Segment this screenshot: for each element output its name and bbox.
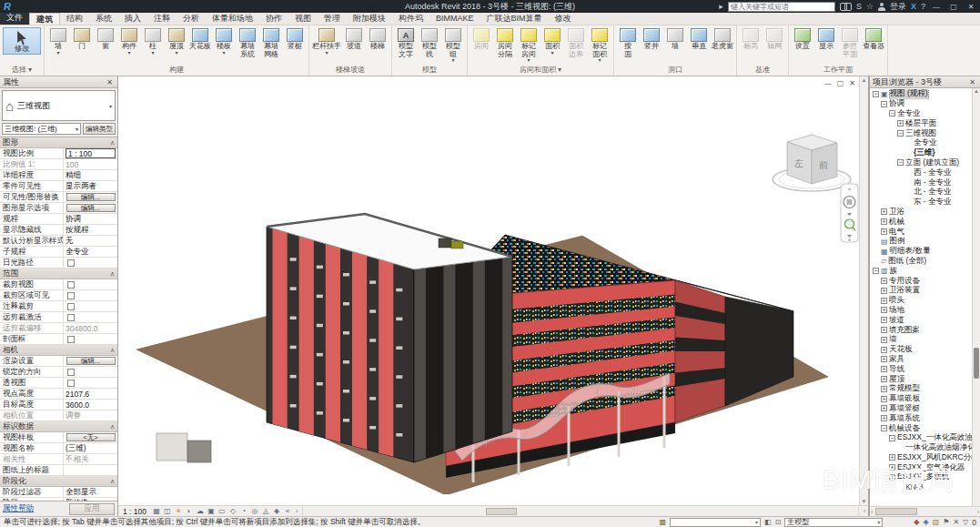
subscription-icon[interactable]: S xyxy=(856,2,862,11)
ribbon-item-参照平面[interactable]: 参照 平面 xyxy=(838,26,862,58)
properties-help-link[interactable]: 属性帮助 xyxy=(3,503,34,514)
checkbox[interactable] xyxy=(67,380,75,387)
collapse-icon[interactable]: ∧ xyxy=(110,478,115,485)
view-scale-button[interactable]: 1 : 100 xyxy=(120,507,149,516)
checkbox[interactable] xyxy=(67,292,75,299)
favorites-star-icon[interactable]: ☆ xyxy=(866,2,874,11)
ribbon-item-屋顶[interactable]: 屋顶▾ xyxy=(165,26,188,56)
hscroll-right-arrow[interactable]: › xyxy=(863,508,866,514)
ribbon-item-按面[interactable]: 按 面 xyxy=(616,26,640,58)
checkbox[interactable] xyxy=(67,369,75,376)
chevron-down-icon[interactable]: ▾ xyxy=(109,103,112,109)
browser-scroll-thumb[interactable] xyxy=(974,348,979,379)
tab-协作[interactable]: 协作 xyxy=(259,13,288,25)
ribbon-item-标高[interactable]: 标高 xyxy=(739,26,763,51)
expand-icon[interactable]: + xyxy=(897,120,904,127)
tree-item-场地[interactable]: +场地 xyxy=(870,306,980,316)
edit-type-button[interactable]: 编辑类型 xyxy=(83,123,116,135)
tree-item-屋顶[interactable]: +屋顶 xyxy=(870,374,980,384)
expand-icon[interactable]: + xyxy=(881,415,887,421)
tree-item-幕墙竖梃[interactable]: +幕墙竖梃 xyxy=(870,404,980,414)
tree-item-协调[interactable]: −协调 xyxy=(870,99,980,109)
ribbon-item-设置[interactable]: 设置 xyxy=(791,26,814,51)
expand-icon[interactable]: + xyxy=(881,356,887,362)
hscroll-left-arrow[interactable]: ‹ xyxy=(295,508,298,514)
ribbon-item-柱[interactable]: 柱▾ xyxy=(141,26,165,56)
sun-path-icon[interactable]: ☀ xyxy=(173,507,184,516)
navigation-bar[interactable] xyxy=(841,184,858,242)
ribbon-item-标记房间[interactable]: 标记 房间▾ xyxy=(517,26,541,63)
hscroll-thumb[interactable] xyxy=(486,508,517,515)
expand-icon[interactable]: + xyxy=(881,228,887,235)
project-browser-close-icon[interactable]: ✕ xyxy=(967,78,977,86)
checkbox[interactable] xyxy=(67,281,75,289)
tree-item-图例[interactable]: ▤图例 xyxy=(870,237,980,247)
link-status-icon[interactable]: ⊡ xyxy=(775,518,782,527)
collapse-icon[interactable]: − xyxy=(873,268,879,274)
collapse-icon[interactable]: − xyxy=(881,101,887,107)
close-button[interactable]: ✕ xyxy=(965,3,977,11)
expand-icon[interactable]: + xyxy=(881,317,887,323)
expand-icon[interactable]: + xyxy=(881,405,887,411)
tab-构件坞[interactable]: 构件坞 xyxy=(392,13,429,25)
tab-分析[interactable]: 分析 xyxy=(177,13,206,25)
tree-item-三维视图[interactable]: −三维视图 xyxy=(870,128,980,138)
ribbon-item-面积[interactable]: 面积▾ xyxy=(541,26,564,56)
visual-style-icon[interactable]: ◫ xyxy=(162,507,173,516)
property-section-标识数据[interactable]: 标识数据∧ xyxy=(0,421,117,432)
expand-icon[interactable]: + xyxy=(889,464,895,471)
panel-name-基准[interactable]: 基准 xyxy=(737,65,788,76)
filter-icon[interactable]: ▽ xyxy=(963,518,968,527)
tree-item-填充图案[interactable]: +填充图案 xyxy=(870,325,980,335)
tab-管理[interactable]: 管理 xyxy=(318,13,347,25)
tab-广联达BIM算量[interactable]: 广联达BIM算量 xyxy=(480,13,549,25)
expand-icon[interactable]: + xyxy=(889,454,895,461)
collapse-icon[interactable]: − xyxy=(873,91,879,97)
ribbon-item-模型组[interactable]: 模型 组▾ xyxy=(441,26,465,63)
tree-item-幕墙系统[interactable]: +幕墙系统 xyxy=(870,413,980,423)
property-section-范围[interactable]: 范围∧ xyxy=(0,269,117,279)
tab-结构[interactable]: 结构 xyxy=(60,13,89,25)
tree-item-视图 (规程)[interactable]: −▣视图 (规程) xyxy=(870,89,980,99)
sign-in-label[interactable]: 登录 xyxy=(890,2,906,11)
collapse-icon[interactable]: − xyxy=(889,110,895,117)
ribbon-item-窗[interactable]: 窗 xyxy=(94,26,117,51)
expand-icon[interactable]: + xyxy=(881,366,887,372)
ribbon-item-标记面积[interactable]: 标记 面积▾ xyxy=(588,26,611,63)
exchange-apps-icon[interactable]: X xyxy=(911,2,916,11)
collapse-icon[interactable]: ∧ xyxy=(110,347,115,354)
checkbox[interactable] xyxy=(67,303,75,310)
browser-hscroll-left[interactable]: ‹ xyxy=(870,509,874,515)
tree-item-ESJXX_一体化高效油烟净[interactable]: −ESJXX_一体化高效油烟净 xyxy=(870,433,980,443)
ribbon-item-墙[interactable]: 墙 xyxy=(663,26,687,51)
tree-item-幕墙嵌板[interactable]: +幕墙嵌板 xyxy=(870,394,980,404)
search-icon[interactable] xyxy=(840,3,852,10)
collapse-icon[interactable]: ∧ xyxy=(110,423,115,431)
project-browser-header[interactable]: 项目浏览器 - 3号楼 ✕ xyxy=(870,76,980,88)
canvas-horizontal-scrollbar[interactable] xyxy=(302,507,858,516)
restore-button[interactable]: ▢ xyxy=(947,3,960,11)
active-workset-combo[interactable]: ▾ xyxy=(670,518,761,527)
panel-name-select[interactable]: 选择 ▾ xyxy=(0,65,44,76)
type-selector[interactable]: ⌂ 三维视图 ▾ xyxy=(2,90,116,121)
value-input-selected[interactable]: 1 : 100 xyxy=(66,148,116,158)
tree-item-ESJXX_空气净化器[interactable]: +ESJXX_空气净化器 xyxy=(870,462,980,472)
modify-button[interactable]: 修改 xyxy=(3,27,41,55)
ribbon-item-墙[interactable]: 墙▾ xyxy=(46,26,70,56)
tab-file[interactable]: 文件 xyxy=(0,12,29,25)
ribbon-item-门[interactable]: 门 xyxy=(70,26,94,51)
view-minimize-icon[interactable]: — xyxy=(824,79,832,87)
properties-close-icon[interactable]: ✕ xyxy=(105,78,115,86)
ribbon-item-栏杆扶手[interactable]: 栏杆扶手▾ xyxy=(311,26,342,56)
property-section-阶段化[interactable]: 阶段化∧ xyxy=(0,476,117,487)
ribbon-item-楼梯[interactable]: 楼梯 xyxy=(366,26,389,51)
ribbon-item-房间[interactable]: 房间 xyxy=(470,26,493,51)
tree-item-西 - 全专业[interactable]: 西 - 全专业 xyxy=(870,167,980,177)
tree-item-明细表/数量[interactable]: ▦明细表/数量 xyxy=(870,247,980,257)
tab-BIMMAKE[interactable]: BIMMAKE xyxy=(429,13,480,25)
expand-icon[interactable]: + xyxy=(881,278,887,284)
ribbon-item-楼板[interactable]: 楼板▾ xyxy=(212,26,236,56)
show-crop-region-icon[interactable]: ▭ xyxy=(217,507,227,516)
unlocked-3d-view-icon[interactable]: ◇ xyxy=(227,507,238,516)
help-icon[interactable]: ? xyxy=(921,2,925,11)
